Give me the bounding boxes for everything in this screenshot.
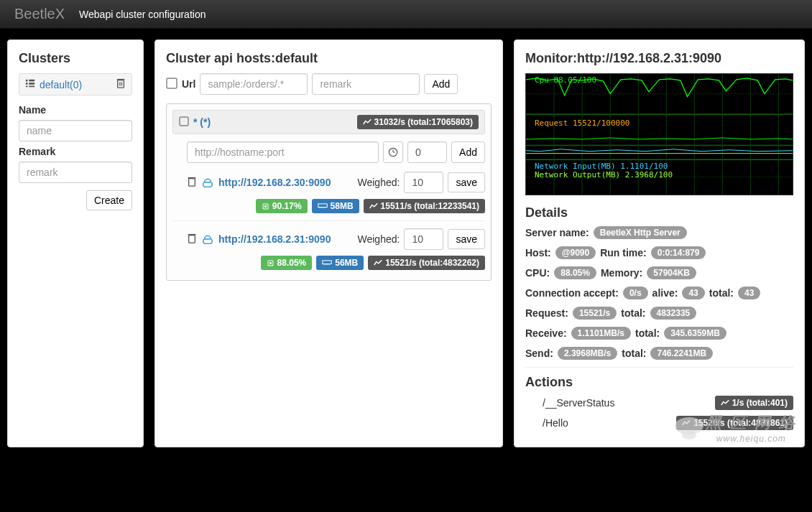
navbar: BeetleX Webapi cluster configuration [0, 0, 812, 29]
name-label: Name [19, 104, 132, 116]
conn-accept-value: 0/s [623, 287, 648, 299]
svg-rect-2 [26, 83, 28, 85]
weighted-label: Weighed: [358, 177, 400, 188]
svg-rect-12 [180, 117, 188, 126]
svg-rect-5 [29, 86, 34, 88]
chart-cpu-label: Cpu 88.05/100 [535, 75, 596, 85]
delete-cluster-icon[interactable] [116, 78, 126, 90]
server-icon [201, 176, 214, 190]
list-icon [25, 78, 35, 90]
cpu-badge: 90.17% [256, 199, 308, 213]
total-label: total: [622, 348, 646, 359]
host-item: http://192.168.2.31:9090 Weighed: save 8… [172, 228, 485, 270]
url-input[interactable] [200, 73, 308, 95]
server-icon [201, 233, 214, 246]
svg-rect-29 [323, 261, 331, 264]
request-value: 15521/s [573, 307, 617, 320]
host-item: http://192.168.2.30:9090 Weighed: save 9… [172, 172, 485, 213]
conn-label: Connection accept: [525, 287, 619, 299]
rate-badge: 15511/s (total:12233541) [364, 199, 485, 213]
mem-value: 57904KB [647, 266, 696, 279]
details-title: Details [525, 205, 793, 220]
receive-value: 1.1101MB/s [571, 327, 631, 340]
svg-rect-11 [167, 78, 177, 88]
host-url-input[interactable] [187, 141, 379, 163]
chart-req-label: Request 15521/100000 [535, 118, 629, 128]
runtime-value: 0:0:14:879 [651, 246, 706, 259]
server-name-value: BeetleX Http Server [594, 226, 687, 239]
conn-total-value: 43 [738, 287, 760, 299]
cluster-name: default(0) [40, 79, 82, 90]
weighted-label: Weighed: [358, 233, 400, 245]
url-remark-input[interactable] [312, 73, 420, 95]
action-stat-badge: 1/s (total:401) [715, 396, 793, 410]
runtime-label: Run time: [600, 247, 647, 259]
svg-rect-28 [269, 262, 272, 264]
host-url[interactable]: http://192.168.2.31:9090 [218, 233, 354, 245]
nav-link-config[interactable]: Webapi cluster configuration [79, 9, 206, 20]
host-label: Host: [525, 247, 551, 259]
cpu-badge: 88.05% [261, 256, 313, 270]
action-row: /__ServerStatus 1/s (total:401) [543, 396, 793, 410]
total-label: total: [709, 287, 734, 299]
svg-rect-16 [189, 178, 195, 186]
hosts-panel: Cluster api hosts:default Url Add * (*) [154, 39, 503, 447]
svg-rect-17 [188, 177, 196, 178]
delete-host-icon[interactable] [187, 177, 197, 189]
svg-rect-20 [318, 204, 326, 208]
clusters-title: Clusters [19, 51, 132, 66]
cpu-label: CPU: [525, 267, 550, 279]
brand: BeetleX [14, 6, 65, 22]
svg-rect-25 [189, 235, 195, 243]
svg-rect-26 [188, 233, 196, 235]
svg-rect-3 [29, 83, 34, 85]
mem-label: Memory: [601, 267, 642, 279]
checkbox-icon[interactable] [179, 116, 189, 129]
send-total-value: 746.2241MB [650, 347, 713, 360]
add-url-button[interactable]: Add [424, 74, 458, 94]
remark-label: Remark [19, 146, 132, 157]
alive-label: alive: [652, 287, 678, 299]
svg-point-52 [682, 431, 696, 439]
host-url[interactable]: http://192.168.2.30:9090 [218, 177, 354, 188]
rate-badge: 15521/s (total:4832262) [368, 256, 485, 270]
host-weight-input[interactable] [407, 141, 447, 163]
save-button[interactable]: save [448, 172, 485, 192]
send-label: Send: [525, 348, 553, 359]
group-stats-badge: 31032/s (total:17065803) [357, 115, 479, 129]
clusters-panel: Clusters default(0) Name Remark Create [7, 39, 144, 447]
weight-input[interactable] [404, 228, 443, 250]
alive-value: 43 [682, 287, 704, 299]
server-name-label: Server name: [525, 227, 589, 238]
action-stat-badge: 15520/s (total:4831861) [676, 416, 793, 430]
mem-badge: 58MB [312, 199, 359, 213]
svg-rect-19 [264, 205, 267, 208]
send-value: 2.3968MB/s [558, 347, 617, 360]
action-row: /Hello 15520/s (total:4831861) [543, 416, 793, 430]
name-input[interactable] [19, 120, 132, 141]
action-path: /__ServerStatus [543, 397, 614, 409]
chart-netout-label: Network Output(MB) 2.3968/100 [535, 170, 673, 180]
clock-icon [383, 141, 403, 163]
request-total-value: 4832335 [650, 307, 697, 320]
remark-input[interactable] [19, 162, 132, 183]
svg-rect-1 [29, 80, 34, 82]
request-label: Request: [525, 307, 568, 319]
weight-input[interactable] [404, 172, 443, 193]
delete-host-icon[interactable] [187, 233, 197, 246]
svg-rect-4 [26, 86, 28, 88]
host-value: @9090 [555, 246, 596, 259]
monitor-title: Monitor:http://192.168.2.31:9090 [525, 51, 793, 66]
cpu-value: 88.05% [554, 266, 596, 279]
add-host-button[interactable]: Add [451, 141, 485, 163]
group-name[interactable]: * (*) [193, 116, 211, 128]
checkbox-icon[interactable] [166, 78, 177, 91]
receive-total-value: 345.6359MB [664, 327, 726, 340]
action-path: /Hello [543, 417, 568, 429]
total-label: total: [635, 327, 660, 339]
save-button[interactable]: save [448, 229, 485, 249]
create-button[interactable]: Create [86, 190, 132, 210]
cluster-item[interactable]: default(0) [19, 73, 132, 96]
svg-rect-0 [26, 80, 28, 82]
monitor-chart: Cpu 88.05/100 Request 15521/100000 Netwo… [525, 73, 793, 195]
